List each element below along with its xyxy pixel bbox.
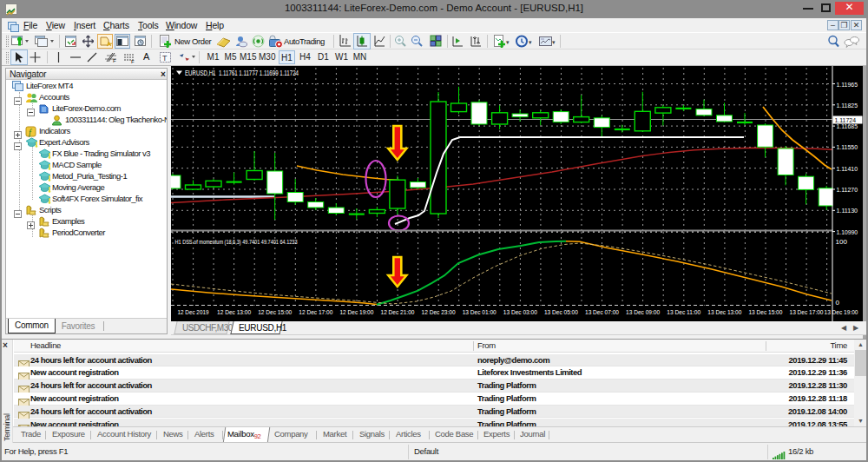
svg-text:13 Dec 05:00: 13 Dec 05:00 <box>544 308 578 316</box>
svg-text:1.10990: 1.10990 <box>837 228 858 236</box>
svg-text:H1 DSS of momentum (18,6,3) 49: H1 DSS of momentum (18,6,3) 49.7401 49.7… <box>175 238 298 246</box>
svg-text:12 Dec 13:00: 12 Dec 13:00 <box>217 308 251 316</box>
svg-text:1.11825: 1.11825 <box>837 102 858 109</box>
svg-text:1.11410: 1.11410 <box>837 165 858 173</box>
svg-text:13 Dec 19:00: 13 Dec 19:00 <box>825 308 858 316</box>
svg-text:13 Dec 01:00: 13 Dec 01:00 <box>463 308 496 316</box>
svg-text:12 Dec 21:00: 12 Dec 21:00 <box>381 308 415 316</box>
svg-text:F: F <box>113 58 116 63</box>
svg-text:13 Dec 15:00: 13 Dec 15:00 <box>748 308 782 316</box>
svg-text:12 Dec 17:00: 12 Dec 17:00 <box>299 308 332 316</box>
svg-text:12 Dec 15:00: 12 Dec 15:00 <box>258 308 292 316</box>
svg-text:13 Dec 11:00: 13 Dec 11:00 <box>667 308 700 316</box>
svg-text:12 Dec 19:00: 12 Dec 19:00 <box>339 308 373 316</box>
svg-text:F: F <box>131 59 135 63</box>
svg-text:100: 100 <box>836 238 848 246</box>
svg-text:0: 0 <box>836 299 840 307</box>
svg-text:EURUSD,H1 1.11761 1.11777 1.1: EURUSD,H1 1.11761 1.11777 1.11699 1.1172… <box>185 69 299 77</box>
svg-text:13 Dec 13:00: 13 Dec 13:00 <box>707 308 741 316</box>
svg-text:1.11965: 1.11965 <box>837 81 858 89</box>
svg-text:T: T <box>162 54 168 63</box>
svg-text:1.11550: 1.11550 <box>837 143 858 151</box>
svg-text:12 Dec 2019: 12 Dec 2019 <box>178 308 209 316</box>
svg-text:13 Dec 03:00: 13 Dec 03:00 <box>503 308 537 316</box>
svg-text:1.11724: 1.11724 <box>835 116 857 124</box>
svg-text:13 Dec 09:00: 13 Dec 09:00 <box>626 308 660 316</box>
svg-text:1.11270: 1.11270 <box>837 186 858 194</box>
svg-text:1.11130: 1.11130 <box>837 207 858 214</box>
svg-text:13 Dec 17:00: 13 Dec 17:00 <box>790 308 824 316</box>
svg-text:12 Dec 23:00: 12 Dec 23:00 <box>422 308 456 316</box>
svg-text:13 Dec 07:00: 13 Dec 07:00 <box>585 308 619 316</box>
